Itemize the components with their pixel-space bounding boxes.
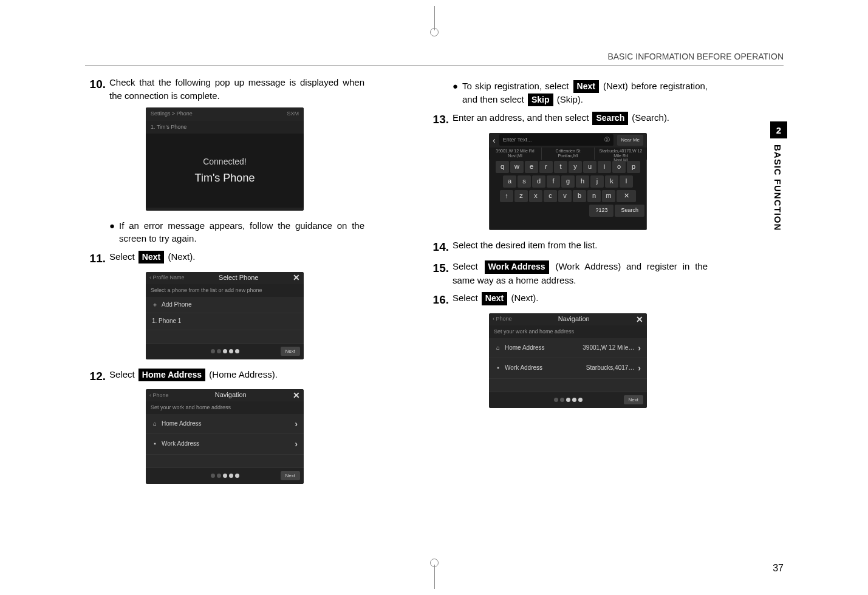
instruction-text: Set your work and home address — [489, 325, 647, 338]
bullet-text: To skip registration, select Next (Next)… — [462, 80, 708, 106]
screen-title: Navigation — [516, 314, 632, 324]
key[interactable]: x — [529, 190, 542, 202]
bullet-text: If an error message appears, follow the … — [119, 219, 364, 246]
screenshot-navigation-empty: ‹ Phone Navigation ✕ Set your work and h… — [146, 389, 304, 484]
search-button-label: Search — [592, 112, 628, 124]
search-input[interactable]: Enter Text...ⓧ — [499, 134, 614, 146]
screenshot-connected: Settings > Phone SXM 1. Tim's Phone Conn… — [146, 107, 304, 211]
key[interactable]: j — [590, 175, 604, 188]
key[interactable]: k — [605, 175, 618, 188]
key[interactable]: d — [532, 175, 545, 188]
close-icon[interactable]: ✕ — [636, 313, 643, 325]
back-button[interactable]: ‹ Phone — [149, 392, 169, 399]
clear-icon[interactable]: ⓧ — [604, 136, 610, 144]
key[interactable]: v — [558, 190, 572, 202]
phone-list-item[interactable]: 1. Phone 1 — [146, 313, 304, 330]
key[interactable]: m — [602, 190, 615, 202]
chevron-right-icon: › — [295, 438, 298, 450]
address-value: Starbucks,4017… — [586, 364, 635, 373]
close-icon[interactable]: ✕ — [293, 272, 300, 284]
back-icon[interactable]: ‹ — [493, 134, 496, 146]
next-button-label: Next — [138, 251, 164, 264]
running-header: BASIC INFORMATION BEFORE OPERATION — [607, 52, 784, 61]
step-number: 16. — [428, 291, 453, 308]
suggestion-item[interactable]: Crittenden StPontiac,MI — [542, 148, 595, 160]
key[interactable]: n — [587, 190, 601, 202]
device-name: Tim's Phone — [146, 170, 304, 186]
numeric-key[interactable]: ?123 — [589, 205, 613, 217]
key[interactable]: c — [544, 190, 557, 202]
key[interactable]: y — [569, 161, 582, 173]
connected-label: Connected! — [146, 155, 304, 168]
key[interactable]: b — [573, 190, 586, 202]
page-number: 37 — [773, 563, 784, 574]
key[interactable]: l — [620, 175, 633, 188]
home-address-button-label: Home Address — [138, 369, 205, 381]
status-indicator: SXM — [287, 110, 299, 118]
instruction-text: Set your work and home address — [146, 401, 304, 414]
home-icon: ⌂ — [495, 344, 501, 353]
empty-row — [489, 379, 647, 392]
work-address-row[interactable]: ▪Work Address› — [146, 434, 304, 454]
step-text: Select the desired item from the list. — [453, 239, 708, 256]
key[interactable]: p — [627, 161, 640, 173]
key[interactable]: w — [510, 161, 524, 173]
key[interactable]: q — [496, 161, 509, 173]
back-button[interactable]: ‹ Phone — [493, 315, 512, 323]
phone-tab: 1. Tim's Phone — [146, 121, 304, 134]
backspace-key[interactable]: ✕ — [617, 190, 636, 202]
screen-title: Navigation — [173, 390, 289, 400]
screenshot-select-phone: ‹ Profile Name Select Phone ✕ Select a p… — [146, 272, 304, 359]
next-button[interactable]: Next — [281, 347, 300, 356]
screenshot-keyboard: ‹ Enter Text...ⓧ Near Me 39001,W 12 Mile… — [489, 133, 647, 230]
key[interactable]: f — [547, 175, 560, 188]
key[interactable]: g — [561, 175, 575, 188]
key[interactable]: s — [518, 175, 531, 188]
key[interactable]: r — [539, 161, 553, 173]
step-number: 15. — [428, 260, 453, 287]
keyboard-row: a s d f g h j k l — [489, 174, 647, 189]
home-address-row[interactable]: ⌂ Home Address 39001,W 12 Mile… › — [489, 338, 647, 358]
step-number: 11. — [85, 250, 109, 267]
step-text: Check that the following pop up message … — [109, 76, 364, 103]
bullet-icon: ● — [109, 219, 119, 246]
briefcase-icon: ▪ — [495, 364, 501, 373]
key[interactable]: h — [576, 175, 589, 188]
keyboard-row: q w e r t y u i o p — [489, 160, 647, 174]
address-value: 39001,W 12 Mile… — [583, 344, 634, 353]
add-phone-row[interactable]: ＋Add Phone — [146, 297, 304, 314]
home-address-row[interactable]: ⌂Home Address› — [146, 414, 304, 434]
work-address-button-label: Work Address — [485, 260, 549, 273]
back-button[interactable]: ‹ Profile Name — [149, 274, 185, 282]
step-number: 10. — [85, 76, 109, 103]
key[interactable]: a — [503, 175, 516, 188]
header-divider — [85, 65, 784, 66]
key[interactable]: o — [612, 161, 626, 173]
breadcrumb: Settings > Phone — [151, 110, 193, 118]
screen-title: Select Phone — [188, 273, 289, 283]
key[interactable]: i — [598, 161, 611, 173]
key[interactable]: z — [514, 190, 528, 202]
chevron-right-icon: › — [295, 418, 298, 430]
empty-row — [146, 330, 304, 344]
step-text: Select Next (Next). — [453, 291, 708, 308]
next-button-label: Next — [482, 292, 507, 305]
step-number: 12. — [85, 368, 109, 385]
key[interactable]: t — [554, 161, 567, 173]
key[interactable]: u — [583, 161, 596, 173]
near-me-button[interactable]: Near Me — [617, 135, 643, 146]
shift-key[interactable]: ↑ — [500, 190, 513, 202]
key[interactable]: e — [525, 161, 538, 173]
next-button[interactable]: Next — [624, 395, 643, 405]
step-number: 14. — [428, 239, 453, 256]
screenshot-navigation-filled: ‹ Phone Navigation ✕ Set your work and h… — [489, 313, 647, 408]
next-button[interactable]: Next — [281, 471, 300, 481]
close-icon[interactable]: ✕ — [293, 389, 300, 401]
suggestion-item[interactable]: 39001,W 12 Mile RdNovi,MI — [489, 148, 542, 160]
skip-button-label: Skip — [528, 93, 553, 106]
work-address-row[interactable]: ▪ Work Address Starbucks,4017… › — [489, 358, 647, 378]
home-icon: ⌂ — [152, 420, 158, 429]
instruction-text: Select a phone from the list or add new … — [146, 284, 304, 297]
suggestion-item[interactable]: Starbucks,40170,W 12 Mile RdNovi,MI — [595, 148, 647, 160]
search-key[interactable]: Search — [615, 205, 644, 217]
